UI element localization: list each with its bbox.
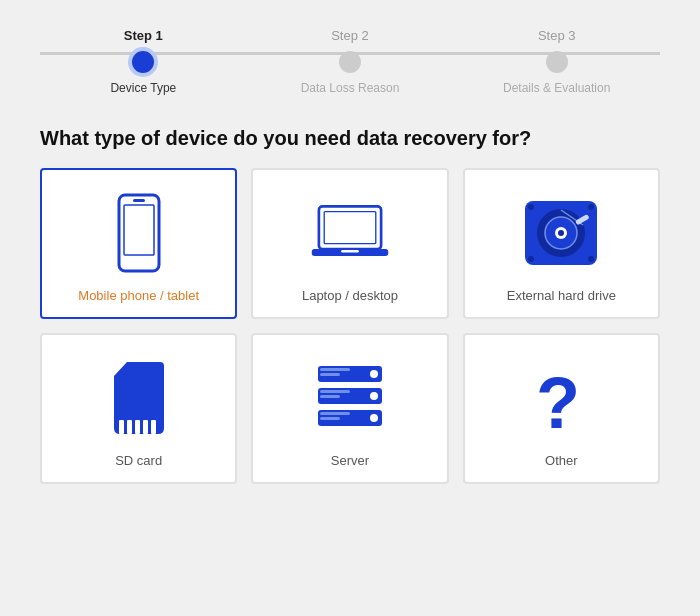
svg-rect-29 — [320, 390, 350, 393]
svg-point-14 — [588, 204, 594, 210]
svg-point-16 — [588, 256, 594, 262]
svg-point-24 — [370, 370, 378, 378]
svg-rect-26 — [320, 373, 340, 376]
svg-rect-33 — [320, 412, 350, 415]
svg-point-32 — [370, 414, 378, 422]
device-label-server: Server — [331, 453, 369, 468]
step-1: Step 1 Device Type — [40, 28, 247, 95]
svg-text:?: ? — [536, 363, 580, 438]
device-card-laptop[interactable]: Laptop / desktop — [251, 168, 448, 319]
step-2: Step 2 Data Loss Reason — [247, 28, 454, 95]
svg-rect-25 — [320, 368, 350, 371]
svg-rect-18 — [119, 420, 124, 434]
svg-rect-22 — [151, 420, 156, 434]
step-3: Step 3 Details & Evaluation — [453, 28, 660, 95]
svg-rect-1 — [124, 205, 154, 255]
svg-rect-4 — [324, 212, 376, 244]
device-card-hdd[interactable]: External hard drive — [463, 168, 660, 319]
device-label-mobile: Mobile phone / tablet — [78, 288, 199, 303]
step1-sublabel: Device Type — [110, 81, 176, 95]
question-text: What type of device do you need data rec… — [0, 105, 700, 168]
step1-label: Step 1 — [124, 28, 163, 43]
laptop-icon — [310, 188, 390, 278]
svg-rect-30 — [320, 395, 340, 398]
hdd-icon — [521, 188, 601, 278]
device-label-hdd: External hard drive — [507, 288, 616, 303]
svg-rect-2 — [133, 199, 145, 202]
svg-point-15 — [528, 256, 534, 262]
step3-label: Step 3 — [538, 28, 576, 43]
device-card-mobile[interactable]: Mobile phone / tablet — [40, 168, 237, 319]
device-grid: Mobile phone / tablet Laptop / desktop — [0, 168, 700, 514]
svg-point-11 — [558, 230, 564, 236]
device-card-sdcard[interactable]: SD card — [40, 333, 237, 484]
device-label-laptop: Laptop / desktop — [302, 288, 398, 303]
mobile-icon — [99, 188, 179, 278]
step2-circle — [339, 51, 361, 73]
device-label-sdcard: SD card — [115, 453, 162, 468]
other-icon: ? — [521, 353, 601, 443]
svg-rect-6 — [341, 250, 359, 253]
svg-rect-20 — [135, 420, 140, 434]
sdcard-icon — [99, 353, 179, 443]
svg-rect-21 — [143, 420, 148, 434]
step3-circle — [546, 51, 568, 73]
svg-point-13 — [528, 204, 534, 210]
step2-sublabel: Data Loss Reason — [301, 81, 400, 95]
svg-rect-34 — [320, 417, 340, 420]
svg-rect-19 — [127, 420, 132, 434]
step3-sublabel: Details & Evaluation — [503, 81, 610, 95]
device-card-server[interactable]: Server — [251, 333, 448, 484]
server-icon — [310, 353, 390, 443]
stepper: Step 1 Device Type Step 2 Data Loss Reas… — [0, 0, 700, 105]
device-label-other: Other — [545, 453, 578, 468]
step2-label: Step 2 — [331, 28, 369, 43]
svg-point-28 — [370, 392, 378, 400]
step1-circle — [132, 51, 154, 73]
device-card-other[interactable]: ? Other — [463, 333, 660, 484]
